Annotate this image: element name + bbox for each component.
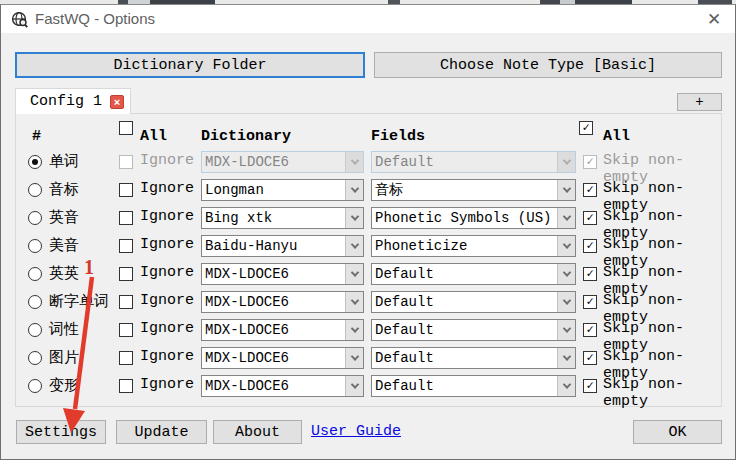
fields-select[interactable]: Phonetic Symbols (US)	[371, 207, 576, 229]
ok-button[interactable]: OK	[633, 420, 722, 444]
ignore-checkbox[interactable]	[119, 295, 133, 309]
all-ignore-checkbox[interactable]	[119, 121, 133, 135]
field-selected-value: Default	[372, 378, 557, 394]
column-header-fields: Fields	[371, 128, 425, 148]
about-button[interactable]: About	[213, 420, 302, 444]
dictionary-select[interactable]: Longman	[201, 179, 364, 201]
row-label: 变形	[49, 376, 79, 395]
column-header-number: #	[32, 128, 41, 148]
skip-non-empty-checkbox[interactable]	[583, 155, 597, 169]
user-guide-link[interactable]: User Guide	[311, 423, 401, 440]
field-selected-value: Phonetic Symbols (US)	[372, 210, 557, 226]
dictionary-selected-value: MDX-LDOCE6	[202, 378, 345, 394]
word-type-radio[interactable]	[28, 211, 42, 225]
ignore-checkbox[interactable]	[119, 267, 133, 281]
fields-select[interactable]: Default	[371, 263, 576, 285]
chevron-down-icon	[557, 292, 575, 312]
window-title: FastWQ - Options	[35, 10, 155, 27]
word-type-radio[interactable]	[28, 155, 42, 169]
all-skip-checkbox[interactable]	[579, 121, 593, 135]
word-type-radio[interactable]	[28, 267, 42, 281]
field-selected-value: Default	[372, 266, 557, 282]
ignore-checkbox[interactable]	[119, 183, 133, 197]
dictionary-selected-value: Baidu-Hanyu	[202, 238, 345, 254]
dictionary-selected-value: MDX-LDOCE6	[202, 266, 345, 282]
dictionary-select[interactable]: Baidu-Hanyu	[201, 235, 364, 257]
dictionary-select[interactable]: MDX-LDOCE6	[201, 291, 364, 313]
row-label: 美音	[49, 236, 79, 255]
tab-config-1[interactable]: Config 1 ×	[15, 88, 131, 114]
dictionary-folder-button[interactable]: Dictionary Folder	[15, 52, 365, 78]
dictionary-select[interactable]: MDX-LDOCE6	[201, 375, 364, 397]
field-selected-value: Default	[372, 350, 557, 366]
field-selected-value: 音标	[372, 181, 557, 199]
word-type-radio[interactable]	[28, 183, 42, 197]
fields-select[interactable]: Phoneticize	[371, 235, 576, 257]
ignore-checkbox[interactable]	[119, 323, 133, 337]
chevron-down-icon	[557, 348, 575, 368]
table-row: 变形 Ignore MDX-LDOCE6 Default Skip non-em…	[16, 372, 721, 400]
column-header-dictionary: Dictionary	[201, 128, 291, 148]
fields-select[interactable]: Default	[371, 319, 576, 341]
table-row: 音标 Ignore Longman 音标 Skip non-empty	[16, 176, 721, 204]
ignore-checkbox[interactable]	[119, 379, 133, 393]
skip-non-empty-checkbox[interactable]	[583, 239, 597, 253]
skip-non-empty-checkbox[interactable]	[583, 379, 597, 393]
chevron-down-icon	[557, 264, 575, 284]
dictionary-select[interactable]: MDX-LDOCE6	[201, 263, 364, 285]
word-type-radio[interactable]	[28, 295, 42, 309]
row-label: 音标	[49, 180, 79, 199]
chevron-down-icon	[345, 292, 363, 312]
fastwq-app-icon	[11, 11, 28, 28]
tab-close-icon[interactable]: ×	[110, 95, 124, 109]
skip-non-empty-label: Skip non-empty	[603, 376, 721, 410]
row-label: 图片	[49, 348, 79, 367]
row-label: 单词	[49, 152, 79, 171]
update-button[interactable]: Update	[116, 420, 207, 444]
fields-select[interactable]: Default	[371, 291, 576, 313]
chevron-down-icon	[557, 236, 575, 256]
table-row: 美音 Ignore Baidu-Hanyu Phoneticize Skip n…	[16, 232, 721, 260]
ignore-label: Ignore	[140, 264, 194, 281]
chevron-down-icon	[557, 208, 575, 228]
dictionary-select[interactable]: MDX-LDOCE6	[201, 347, 364, 369]
chevron-down-icon	[345, 264, 363, 284]
ignore-checkbox[interactable]	[119, 155, 133, 169]
skip-non-empty-checkbox[interactable]	[583, 183, 597, 197]
fields-select[interactable]: Default	[371, 375, 576, 397]
ignore-label: Ignore	[140, 320, 194, 337]
ignore-label: Ignore	[140, 348, 194, 365]
close-icon[interactable]: ✕	[699, 5, 729, 33]
ignore-label: Ignore	[140, 292, 194, 309]
ignore-checkbox[interactable]	[119, 351, 133, 365]
field-selected-value: Default	[372, 322, 557, 338]
table-row: 词性 Ignore MDX-LDOCE6 Default Skip non-em…	[16, 316, 721, 344]
skip-non-empty-checkbox[interactable]	[583, 323, 597, 337]
add-tab-button[interactable]: +	[677, 93, 722, 111]
title-bar: FastWQ - Options ✕	[1, 5, 735, 33]
skip-non-empty-checkbox[interactable]	[583, 267, 597, 281]
ignore-checkbox[interactable]	[119, 239, 133, 253]
fields-select[interactable]: Default	[371, 151, 576, 173]
word-type-radio[interactable]	[28, 379, 42, 393]
dictionary-selected-value: Longman	[202, 182, 345, 198]
skip-non-empty-checkbox[interactable]	[583, 351, 597, 365]
word-type-radio[interactable]	[28, 239, 42, 253]
chevron-down-icon	[557, 152, 575, 172]
word-type-radio[interactable]	[28, 323, 42, 337]
dictionary-select[interactable]: MDX-LDOCE6	[201, 319, 364, 341]
fields-select[interactable]: 音标	[371, 179, 576, 201]
settings-button[interactable]: Settings	[16, 420, 106, 444]
skip-non-empty-checkbox[interactable]	[583, 295, 597, 309]
skip-non-empty-checkbox[interactable]	[583, 211, 597, 225]
column-header-all-left: All	[140, 128, 167, 148]
dictionary-select[interactable]: Bing xtk	[201, 207, 364, 229]
dictionary-selected-value: MDX-LDOCE6	[202, 350, 345, 366]
config-rows: 单词 Ignore MDX-LDOCE6 Default Skip non-em…	[16, 148, 721, 400]
word-type-radio[interactable]	[28, 351, 42, 365]
dictionary-select[interactable]: MDX-LDOCE6	[201, 151, 364, 173]
ignore-checkbox[interactable]	[119, 211, 133, 225]
fields-select[interactable]: Default	[371, 347, 576, 369]
choose-note-type-button[interactable]: Choose Note Type [Basic]	[374, 52, 722, 78]
tab-label: Config 1	[30, 93, 102, 110]
